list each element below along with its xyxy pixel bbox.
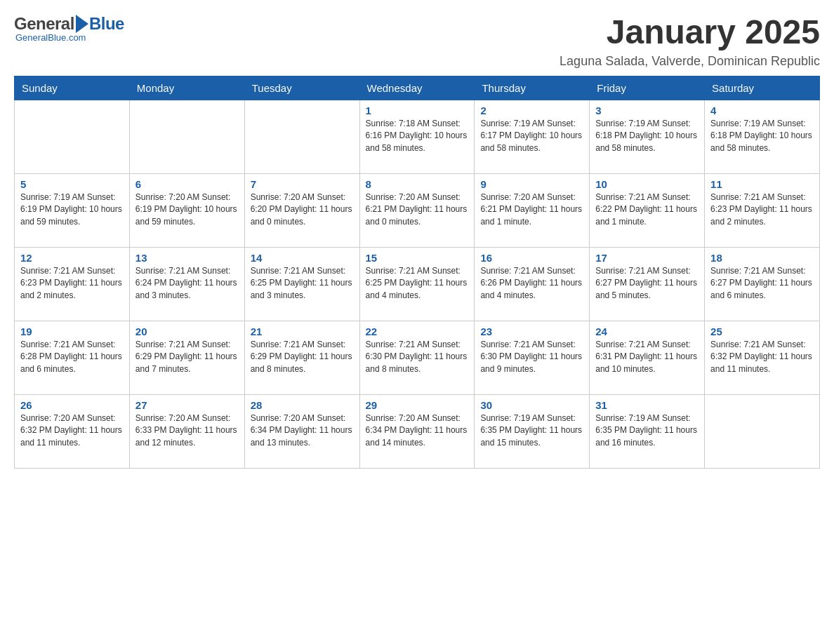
day-info: Sunrise: 7:21 AM Sunset: 6:23 PM Dayligh… <box>20 265 124 302</box>
calendar-cell: 15Sunrise: 7:21 AM Sunset: 6:25 PM Dayli… <box>359 247 475 321</box>
weekday-header-thursday: Thursday <box>475 76 590 100</box>
calendar-cell: 23Sunrise: 7:21 AM Sunset: 6:30 PM Dayli… <box>475 321 590 394</box>
calendar-cell: 28Sunrise: 7:20 AM Sunset: 6:34 PM Dayli… <box>244 394 359 468</box>
calendar-cell: 30Sunrise: 7:19 AM Sunset: 6:35 PM Dayli… <box>475 394 590 468</box>
day-info: Sunrise: 7:21 AM Sunset: 6:25 PM Dayligh… <box>366 265 469 302</box>
day-number: 17 <box>595 252 699 264</box>
calendar-cell: 13Sunrise: 7:21 AM Sunset: 6:24 PM Dayli… <box>129 247 244 321</box>
logo-triangle-icon <box>76 15 88 33</box>
calendar-cell <box>705 394 820 468</box>
calendar-cell: 20Sunrise: 7:21 AM Sunset: 6:29 PM Dayli… <box>129 321 244 394</box>
calendar-cell: 26Sunrise: 7:20 AM Sunset: 6:32 PM Dayli… <box>15 394 130 468</box>
calendar-cell: 10Sunrise: 7:21 AM Sunset: 6:22 PM Dayli… <box>590 173 705 247</box>
day-number: 24 <box>595 326 699 337</box>
calendar-cell: 24Sunrise: 7:21 AM Sunset: 6:31 PM Dayli… <box>590 321 705 394</box>
day-info: Sunrise: 7:20 AM Sunset: 6:34 PM Dayligh… <box>366 412 469 449</box>
calendar-cell: 18Sunrise: 7:21 AM Sunset: 6:27 PM Dayli… <box>705 247 820 321</box>
calendar-cell: 31Sunrise: 7:19 AM Sunset: 6:35 PM Dayli… <box>590 394 705 468</box>
weekday-header-saturday: Saturday <box>705 76 820 100</box>
calendar-week-4: 19Sunrise: 7:21 AM Sunset: 6:28 PM Dayli… <box>15 321 820 394</box>
calendar-cell: 14Sunrise: 7:21 AM Sunset: 6:25 PM Dayli… <box>244 247 359 321</box>
logo-general-text: General <box>14 14 74 34</box>
calendar-table: SundayMondayTuesdayWednesdayThursdayFrid… <box>14 76 820 469</box>
logo-blue-text: Blue <box>89 14 124 34</box>
calendar-cell: 1Sunrise: 7:18 AM Sunset: 6:16 PM Daylig… <box>359 100 475 173</box>
main-title: January 2025 <box>560 14 820 51</box>
day-info: Sunrise: 7:21 AM Sunset: 6:26 PM Dayligh… <box>480 265 583 302</box>
day-number: 14 <box>251 252 354 264</box>
day-number: 16 <box>480 252 583 264</box>
day-number: 13 <box>135 252 239 264</box>
day-info: Sunrise: 7:21 AM Sunset: 6:25 PM Dayligh… <box>251 265 354 302</box>
day-info: Sunrise: 7:19 AM Sunset: 6:18 PM Dayligh… <box>710 118 814 154</box>
day-info: Sunrise: 7:21 AM Sunset: 6:27 PM Dayligh… <box>710 265 814 302</box>
day-info: Sunrise: 7:20 AM Sunset: 6:32 PM Dayligh… <box>20 412 124 449</box>
day-number: 21 <box>251 326 354 337</box>
day-number: 31 <box>595 399 699 411</box>
day-number: 12 <box>20 252 124 264</box>
day-info: Sunrise: 7:20 AM Sunset: 6:34 PM Dayligh… <box>251 412 354 449</box>
calendar-cell: 11Sunrise: 7:21 AM Sunset: 6:23 PM Dayli… <box>705 173 820 247</box>
weekday-header-tuesday: Tuesday <box>244 76 359 100</box>
subtitle: Laguna Salada, Valverde, Dominican Repub… <box>560 54 820 69</box>
calendar-week-5: 26Sunrise: 7:20 AM Sunset: 6:32 PM Dayli… <box>15 394 820 468</box>
calendar-cell: 16Sunrise: 7:21 AM Sunset: 6:26 PM Dayli… <box>475 247 590 321</box>
day-number: 1 <box>366 105 469 116</box>
weekday-header-sunday: Sunday <box>15 76 130 100</box>
day-info: Sunrise: 7:21 AM Sunset: 6:30 PM Dayligh… <box>480 339 583 375</box>
day-number: 27 <box>135 399 239 411</box>
day-number: 8 <box>366 178 469 190</box>
day-number: 30 <box>480 399 583 411</box>
calendar-week-2: 5Sunrise: 7:19 AM Sunset: 6:19 PM Daylig… <box>15 173 820 247</box>
calendar-cell: 21Sunrise: 7:21 AM Sunset: 6:29 PM Dayli… <box>244 321 359 394</box>
day-number: 2 <box>480 105 583 116</box>
calendar-cell: 8Sunrise: 7:20 AM Sunset: 6:21 PM Daylig… <box>359 173 475 247</box>
calendar-cell <box>244 100 359 173</box>
logo: General Blue GeneralBlue.com <box>14 14 124 43</box>
day-number: 23 <box>480 326 583 337</box>
day-info: Sunrise: 7:20 AM Sunset: 6:33 PM Dayligh… <box>135 412 239 449</box>
day-number: 5 <box>20 178 124 190</box>
day-number: 28 <box>251 399 354 411</box>
day-info: Sunrise: 7:21 AM Sunset: 6:30 PM Dayligh… <box>366 339 469 375</box>
day-info: Sunrise: 7:19 AM Sunset: 6:18 PM Dayligh… <box>595 118 699 154</box>
calendar-cell: 6Sunrise: 7:20 AM Sunset: 6:19 PM Daylig… <box>129 173 244 247</box>
weekday-header-monday: Monday <box>129 76 244 100</box>
day-number: 3 <box>595 105 699 116</box>
logo-tagline: GeneralBlue.com <box>15 32 86 43</box>
calendar-week-1: 1Sunrise: 7:18 AM Sunset: 6:16 PM Daylig… <box>15 100 820 173</box>
day-info: Sunrise: 7:21 AM Sunset: 6:24 PM Dayligh… <box>135 265 239 302</box>
day-info: Sunrise: 7:21 AM Sunset: 6:27 PM Dayligh… <box>595 265 699 302</box>
day-number: 15 <box>366 252 469 264</box>
day-info: Sunrise: 7:19 AM Sunset: 6:35 PM Dayligh… <box>595 412 699 449</box>
day-info: Sunrise: 7:20 AM Sunset: 6:21 PM Dayligh… <box>480 192 583 228</box>
calendar-cell: 7Sunrise: 7:20 AM Sunset: 6:20 PM Daylig… <box>244 173 359 247</box>
day-number: 6 <box>135 178 239 190</box>
day-info: Sunrise: 7:20 AM Sunset: 6:20 PM Dayligh… <box>251 192 354 228</box>
calendar-cell: 5Sunrise: 7:19 AM Sunset: 6:19 PM Daylig… <box>15 173 130 247</box>
calendar-cell: 27Sunrise: 7:20 AM Sunset: 6:33 PM Dayli… <box>129 394 244 468</box>
calendar-cell <box>15 100 130 173</box>
day-number: 7 <box>251 178 354 190</box>
calendar-cell: 9Sunrise: 7:20 AM Sunset: 6:21 PM Daylig… <box>475 173 590 247</box>
day-number: 26 <box>20 399 124 411</box>
day-info: Sunrise: 7:21 AM Sunset: 6:28 PM Dayligh… <box>20 339 124 375</box>
day-info: Sunrise: 7:20 AM Sunset: 6:19 PM Dayligh… <box>135 192 239 228</box>
calendar-cell: 2Sunrise: 7:19 AM Sunset: 6:17 PM Daylig… <box>475 100 590 173</box>
calendar-cell: 25Sunrise: 7:21 AM Sunset: 6:32 PM Dayli… <box>705 321 820 394</box>
day-info: Sunrise: 7:19 AM Sunset: 6:17 PM Dayligh… <box>480 118 583 154</box>
day-number: 25 <box>710 326 814 337</box>
day-number: 22 <box>366 326 469 337</box>
calendar-cell: 12Sunrise: 7:21 AM Sunset: 6:23 PM Dayli… <box>15 247 130 321</box>
day-info: Sunrise: 7:21 AM Sunset: 6:29 PM Dayligh… <box>135 339 239 375</box>
weekday-header-friday: Friday <box>590 76 705 100</box>
day-number: 10 <box>595 178 699 190</box>
day-info: Sunrise: 7:21 AM Sunset: 6:22 PM Dayligh… <box>595 192 699 228</box>
day-info: Sunrise: 7:21 AM Sunset: 6:31 PM Dayligh… <box>595 339 699 375</box>
title-section: January 2025 Laguna Salada, Valverde, Do… <box>560 14 820 69</box>
calendar-cell: 3Sunrise: 7:19 AM Sunset: 6:18 PM Daylig… <box>590 100 705 173</box>
day-info: Sunrise: 7:19 AM Sunset: 6:35 PM Dayligh… <box>480 412 583 449</box>
page-header: General Blue GeneralBlue.com January 202… <box>14 14 820 69</box>
day-number: 19 <box>20 326 124 337</box>
day-number: 11 <box>710 178 814 190</box>
